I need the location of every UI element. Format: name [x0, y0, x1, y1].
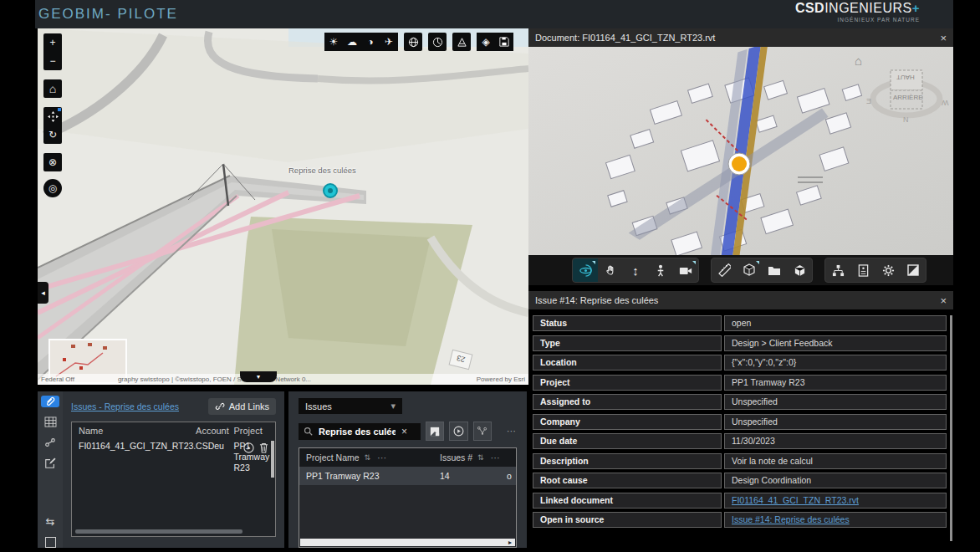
delete-link-icon[interactable] — [259, 442, 268, 453]
square-icon — [45, 537, 56, 548]
col-issues-count[interactable]: Issues # ⇅ ⋯ — [440, 452, 507, 463]
shadows-button[interactable]: ◑ — [361, 33, 380, 51]
cloud-icon: ☁ — [347, 36, 357, 48]
panel-collapse-tab[interactable]: ◂ — [38, 282, 48, 304]
pan-tool-button[interactable] — [598, 258, 623, 282]
link-tab-button[interactable] — [41, 437, 59, 448]
row-label: Project — [533, 375, 722, 391]
table-tab-button[interactable] — [41, 417, 59, 427]
issues-table-row[interactable]: PP1 Tramway R23 14 o — [299, 467, 516, 485]
section-button[interactable] — [737, 258, 762, 282]
document-viewer-panel: Document: FI01164_41_GCI_TZN_RT23.rvt × — [528, 28, 953, 552]
row-value: Unspecified — [724, 394, 947, 410]
swap-tab-button[interactable]: ⇆ — [41, 515, 59, 528]
column-menu-icon[interactable]: ⋯ — [377, 452, 387, 463]
col-project-label: Project Name — [306, 452, 360, 463]
chevron-down-icon: ▾ — [257, 373, 260, 381]
viewcube-front-label[interactable]: ARRIÈRE — [893, 94, 923, 101]
clear-search-icon[interactable]: × — [401, 426, 407, 437]
open-link-icon[interactable] — [243, 442, 254, 453]
map-view[interactable]: 23 Reprise des culées + − ⌂ ↻ ⊗ ◎ — [38, 28, 528, 385]
model-button[interactable] — [787, 258, 812, 282]
zoom-out-button[interactable]: − — [43, 52, 62, 70]
layers-button[interactable]: ◈ — [477, 33, 495, 51]
col-project-name[interactable]: Project Name ⇅ ⋯ — [299, 452, 440, 463]
col-project[interactable]: Project — [233, 426, 270, 436]
viewer-canvas[interactable]: ⌂ HAUT ARRIÈRE E W N — [528, 47, 953, 255]
issue-close-button[interactable]: × — [940, 294, 947, 307]
more-options-icon[interactable]: ⋯ — [507, 426, 517, 437]
map-nav-controls: + − ⌂ ↻ ⊗ ◎ — [43, 33, 62, 197]
person-icon — [655, 264, 666, 277]
linked-document-link[interactable]: FI01164_41_GCI_TZN_RT23.rvt — [732, 495, 859, 505]
scroll-right-arrow[interactable]: ▸ — [505, 539, 515, 546]
first-person-button[interactable] — [648, 258, 673, 282]
camera-button[interactable] — [673, 258, 698, 282]
elevation-button[interactable] — [452, 33, 471, 51]
select-nodes-button[interactable] — [473, 422, 492, 441]
open-in-source-link[interactable]: Issue #14: Reprise des culées — [732, 514, 850, 524]
zoom-tool-button[interactable]: ↕ — [623, 258, 648, 282]
attribution-collapse-tab[interactable]: ▾ — [240, 371, 277, 382]
col-account[interactable]: Account — [196, 426, 233, 436]
add-links-button[interactable]: Add Links — [208, 398, 276, 415]
viewcube-west-label[interactable]: W — [942, 99, 949, 107]
play-view-button[interactable] — [449, 422, 467, 441]
globe-button[interactable] — [404, 33, 422, 51]
viewcube-east-label[interactable]: E — [866, 97, 871, 105]
links-breadcrumb[interactable]: Issues - Reprise des culées — [71, 401, 179, 411]
fly-button[interactable]: ✈ — [380, 33, 398, 51]
orbit-button[interactable] — [573, 258, 598, 282]
issues-searchbox[interactable]: × — [299, 423, 421, 440]
frame-tab-button[interactable] — [41, 537, 59, 548]
properties-button[interactable] — [850, 258, 875, 282]
save-button[interactable] — [495, 33, 513, 51]
fullscreen-button[interactable] — [901, 258, 926, 282]
issues-table-hscrollbar[interactable]: ▸ — [300, 539, 515, 546]
settings-button[interactable] — [875, 258, 901, 282]
links-table-hscrollbar[interactable] — [75, 529, 242, 534]
links-table-vscrollbar[interactable] — [271, 441, 274, 478]
column-menu-icon[interactable]: ⋯ — [491, 452, 501, 463]
issues-search-input[interactable] — [317, 426, 397, 437]
weather-button[interactable]: ☁ — [343, 33, 361, 51]
sun-icon: ☀ — [329, 36, 339, 48]
viewcube-top-label[interactable]: HAUT — [896, 74, 915, 81]
col-name[interactable]: Name — [79, 426, 196, 436]
thumbnail-view-button[interactable] — [426, 422, 444, 441]
locate-button[interactable]: ◎ — [43, 179, 62, 197]
globe-icon — [408, 37, 419, 48]
viewcube-north-label[interactable]: N — [903, 115, 909, 124]
issue-panel-scrollbar[interactable] — [950, 315, 952, 541]
elevation-profile-icon — [457, 37, 467, 48]
slice-icon — [432, 37, 443, 48]
map-issue-marker-label[interactable]: Reprise des culées — [288, 166, 356, 175]
issue-row-company: CompanyUnspecified — [533, 414, 947, 430]
save-icon — [499, 37, 509, 47]
sort-icon[interactable]: ⇅ — [365, 453, 371, 462]
row-value: 11/30/2023 — [724, 433, 947, 449]
folder-button[interactable] — [762, 258, 787, 282]
zoom-in-button[interactable]: + — [43, 33, 62, 52]
sort-icon[interactable]: ⇅ — [477, 453, 484, 462]
issue-row-type: TypeDesign > Client Feedback — [533, 335, 947, 351]
issues-dropdown[interactable]: Issues ▾ — [299, 398, 402, 414]
add-link-icon — [215, 401, 225, 411]
row-label: Company — [533, 414, 722, 430]
disable-nav-button[interactable]: ⊗ — [43, 153, 62, 171]
rotate-button[interactable]: ↻ — [43, 125, 62, 144]
links-tab-button[interactable] — [41, 396, 59, 407]
pan-button[interactable] — [43, 107, 62, 125]
section-box-icon — [743, 263, 756, 277]
viewer-home-icon[interactable]: ⌂ — [855, 54, 862, 68]
edit-tab-button[interactable] — [41, 457, 59, 469]
issue-row-rootcause: Root causeDesign Coordination — [533, 473, 947, 488]
measure-button[interactable] — [712, 258, 737, 282]
model-browser-button[interactable] — [825, 258, 850, 282]
pan-badge — [58, 108, 61, 111]
daylight-button[interactable]: ☀ — [324, 33, 343, 51]
home-button[interactable]: ⌂ — [43, 79, 62, 98]
slice-button[interactable] — [428, 33, 447, 51]
issues-table: Project Name ⇅ ⋯ Issues # ⇅ ⋯ PP1 Tramwa… — [299, 447, 517, 548]
document-close-button[interactable]: × — [940, 32, 947, 44]
